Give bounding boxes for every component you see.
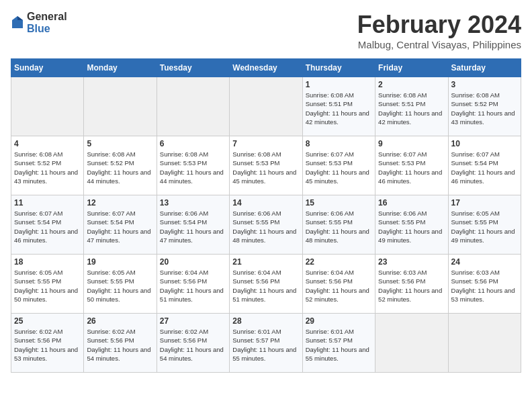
title-section: February 2024 Malbug, Central Visayas, P… (357, 11, 521, 50)
header-day-sunday: Sunday (11, 59, 84, 77)
day-number: 13 (160, 198, 226, 208)
day-number: 4 (14, 139, 81, 148)
calendar-subtitle: Malbug, Central Visayas, Philippines (357, 39, 521, 50)
calendar-cell (448, 314, 521, 373)
cell-info: Sunrise: 6:08 AM Sunset: 5:52 PM Dayligh… (451, 91, 518, 126)
cell-info: Sunrise: 6:08 AM Sunset: 5:52 PM Dayligh… (87, 150, 153, 185)
day-number: 22 (306, 257, 372, 267)
header-day-wednesday: Wednesday (230, 59, 302, 77)
calendar-cell: 23Sunrise: 6:03 AM Sunset: 5:56 PM Dayli… (375, 255, 448, 314)
day-number: 14 (232, 198, 299, 208)
calendar-cell: 3Sunrise: 6:08 AM Sunset: 5:52 PM Daylig… (448, 77, 521, 136)
header-day-tuesday: Tuesday (157, 59, 229, 77)
cell-info: Sunrise: 6:08 AM Sunset: 5:52 PM Dayligh… (14, 150, 81, 185)
calendar-cell: 10Sunrise: 6:07 AM Sunset: 5:54 PM Dayli… (448, 136, 521, 195)
calendar-cell (84, 77, 157, 136)
header: General Blue February 2024 Malbug, Centr… (11, 11, 521, 50)
calendar-cell: 12Sunrise: 6:07 AM Sunset: 5:54 PM Dayli… (84, 195, 157, 255)
calendar-cell: 26Sunrise: 6:02 AM Sunset: 5:56 PM Dayli… (84, 314, 157, 373)
day-number: 17 (451, 198, 518, 208)
calendar-cell: 16Sunrise: 6:06 AM Sunset: 5:55 PM Dayli… (375, 195, 448, 255)
calendar-cell: 24Sunrise: 6:03 AM Sunset: 5:56 PM Dayli… (448, 255, 521, 314)
cell-info: Sunrise: 6:03 AM Sunset: 5:56 PM Dayligh… (451, 268, 518, 304)
cell-info: Sunrise: 6:07 AM Sunset: 5:54 PM Dayligh… (451, 150, 518, 185)
day-number: 18 (14, 257, 81, 267)
calendar-cell: 5Sunrise: 6:08 AM Sunset: 5:52 PM Daylig… (84, 136, 157, 195)
week-row-4: 18Sunrise: 6:05 AM Sunset: 5:55 PM Dayli… (11, 255, 521, 314)
calendar-cell (157, 77, 229, 136)
calendar-cell: 9Sunrise: 6:07 AM Sunset: 5:53 PM Daylig… (375, 136, 448, 195)
day-number: 8 (306, 139, 372, 148)
day-number: 23 (378, 257, 445, 267)
cell-info: Sunrise: 6:01 AM Sunset: 5:57 PM Dayligh… (306, 327, 372, 363)
day-number: 15 (306, 198, 372, 208)
cell-info: Sunrise: 6:07 AM Sunset: 5:54 PM Dayligh… (87, 209, 153, 244)
logo-blue-text: Blue (27, 23, 67, 35)
logo-general-text: General (27, 11, 67, 23)
cell-info: Sunrise: 6:01 AM Sunset: 5:57 PM Dayligh… (232, 327, 299, 363)
cell-info: Sunrise: 6:06 AM Sunset: 5:55 PM Dayligh… (306, 209, 372, 244)
calendar-cell: 1Sunrise: 6:08 AM Sunset: 5:51 PM Daylig… (302, 77, 375, 136)
calendar-cell: 15Sunrise: 6:06 AM Sunset: 5:55 PM Dayli… (302, 195, 375, 255)
cell-info: Sunrise: 6:06 AM Sunset: 5:55 PM Dayligh… (378, 209, 445, 244)
header-row: SundayMondayTuesdayWednesdayThursdayFrid… (11, 59, 521, 77)
day-number: 24 (451, 257, 518, 267)
day-number: 28 (232, 316, 299, 326)
day-number: 21 (232, 257, 299, 267)
svg-marker-1 (17, 16, 23, 20)
cell-info: Sunrise: 6:05 AM Sunset: 5:55 PM Dayligh… (87, 268, 153, 304)
calendar-cell: 4Sunrise: 6:08 AM Sunset: 5:52 PM Daylig… (11, 136, 84, 195)
day-number: 16 (378, 198, 445, 208)
day-number: 26 (87, 316, 153, 326)
calendar-table: SundayMondayTuesdayWednesdayThursdayFrid… (11, 58, 521, 373)
cell-info: Sunrise: 6:07 AM Sunset: 5:54 PM Dayligh… (14, 209, 81, 244)
calendar-cell: 25Sunrise: 6:02 AM Sunset: 5:56 PM Dayli… (11, 314, 84, 373)
day-number: 11 (14, 198, 81, 208)
calendar-cell: 29Sunrise: 6:01 AM Sunset: 5:57 PM Dayli… (302, 314, 375, 373)
cell-info: Sunrise: 6:05 AM Sunset: 5:55 PM Dayligh… (14, 268, 81, 304)
week-row-1: 1Sunrise: 6:08 AM Sunset: 5:51 PM Daylig… (11, 77, 521, 136)
cell-info: Sunrise: 6:08 AM Sunset: 5:51 PM Dayligh… (378, 91, 445, 126)
cell-info: Sunrise: 6:04 AM Sunset: 5:56 PM Dayligh… (160, 268, 226, 304)
cell-info: Sunrise: 6:08 AM Sunset: 5:51 PM Dayligh… (306, 91, 372, 126)
cell-info: Sunrise: 6:04 AM Sunset: 5:56 PM Dayligh… (232, 268, 299, 304)
week-row-5: 25Sunrise: 6:02 AM Sunset: 5:56 PM Dayli… (11, 314, 521, 373)
cell-info: Sunrise: 6:08 AM Sunset: 5:53 PM Dayligh… (160, 150, 226, 185)
calendar-cell: 28Sunrise: 6:01 AM Sunset: 5:57 PM Dayli… (230, 314, 302, 373)
calendar-cell: 20Sunrise: 6:04 AM Sunset: 5:56 PM Dayli… (157, 255, 229, 314)
calendar-cell: 18Sunrise: 6:05 AM Sunset: 5:55 PM Dayli… (11, 255, 84, 314)
cell-info: Sunrise: 6:06 AM Sunset: 5:55 PM Dayligh… (232, 209, 299, 244)
day-number: 25 (14, 316, 81, 326)
header-day-monday: Monday (84, 59, 157, 77)
cell-info: Sunrise: 6:08 AM Sunset: 5:53 PM Dayligh… (232, 150, 299, 185)
cell-info: Sunrise: 6:07 AM Sunset: 5:53 PM Dayligh… (306, 150, 372, 185)
day-number: 27 (160, 316, 226, 326)
calendar-cell: 2Sunrise: 6:08 AM Sunset: 5:51 PM Daylig… (375, 77, 448, 136)
cell-info: Sunrise: 6:02 AM Sunset: 5:56 PM Dayligh… (14, 327, 81, 363)
cell-info: Sunrise: 6:05 AM Sunset: 5:55 PM Dayligh… (451, 209, 518, 244)
calendar-cell (230, 77, 302, 136)
cell-info: Sunrise: 6:07 AM Sunset: 5:53 PM Dayligh… (378, 150, 445, 185)
day-number: 9 (378, 139, 445, 148)
calendar-cell (11, 77, 84, 136)
cell-info: Sunrise: 6:02 AM Sunset: 5:56 PM Dayligh… (87, 327, 153, 363)
calendar-cell: 19Sunrise: 6:05 AM Sunset: 5:55 PM Dayli… (84, 255, 157, 314)
header-day-friday: Friday (375, 59, 448, 77)
day-number: 6 (160, 139, 226, 148)
calendar-title: February 2024 (357, 11, 521, 39)
calendar-cell: 8Sunrise: 6:07 AM Sunset: 5:53 PM Daylig… (302, 136, 375, 195)
cell-info: Sunrise: 6:03 AM Sunset: 5:56 PM Dayligh… (378, 268, 445, 304)
day-number: 12 (87, 198, 153, 208)
calendar-cell (375, 314, 448, 373)
cell-info: Sunrise: 6:04 AM Sunset: 5:56 PM Dayligh… (306, 268, 372, 304)
calendar-cell: 11Sunrise: 6:07 AM Sunset: 5:54 PM Dayli… (11, 195, 84, 255)
calendar-cell: 14Sunrise: 6:06 AM Sunset: 5:55 PM Dayli… (230, 195, 302, 255)
day-number: 7 (232, 139, 299, 148)
calendar-cell: 6Sunrise: 6:08 AM Sunset: 5:53 PM Daylig… (157, 136, 229, 195)
logo-icon (11, 15, 24, 31)
day-number: 29 (306, 316, 372, 326)
day-number: 20 (160, 257, 226, 267)
calendar-cell: 13Sunrise: 6:06 AM Sunset: 5:54 PM Dayli… (157, 195, 229, 255)
calendar-cell: 21Sunrise: 6:04 AM Sunset: 5:56 PM Dayli… (230, 255, 302, 314)
day-number: 5 (87, 139, 153, 148)
